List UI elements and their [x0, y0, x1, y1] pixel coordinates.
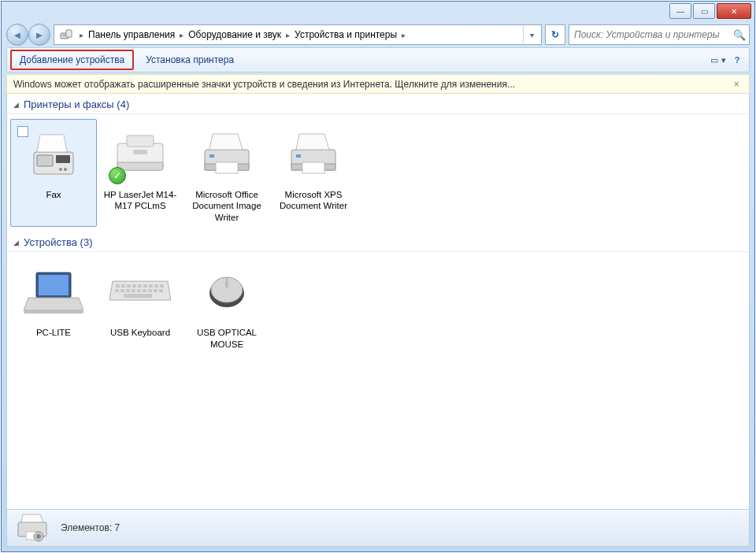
svg-point-49 — [36, 534, 41, 539]
printer-icon — [274, 123, 353, 186]
device-item-hp-laserjet[interactable]: ✓ HP LaserJet M14-M17 PCLmS — [97, 119, 183, 227]
help-button[interactable]: ? — [728, 52, 746, 68]
device-item-fax[interactable]: Fax — [10, 119, 97, 227]
titlebar: — ▭ ✕ — [2, 2, 754, 22]
svg-rect-36 — [137, 289, 141, 292]
svg-rect-5 — [56, 155, 70, 163]
svg-rect-14 — [216, 162, 238, 173]
svg-rect-37 — [143, 289, 146, 292]
breadcrumb-item[interactable]: Панель управления — [87, 29, 176, 40]
group-title: Устройства (3) — [24, 236, 93, 248]
group-items-printers: Fax ✓ HP LaserJet M14-M17 PCLmS — [7, 114, 749, 232]
svg-rect-9 — [117, 162, 163, 170]
status-printer-icon — [15, 513, 50, 543]
printer-icon: ✓ — [101, 123, 180, 186]
info-bar[interactable]: Windows может отображать расширенные зна… — [6, 74, 750, 94]
status-label: Элементов: — [61, 522, 112, 533]
breadcrumb-item[interactable]: Устройства и принтеры — [293, 29, 398, 40]
group-header-devices[interactable]: ◢ Устройства (3) — [7, 232, 749, 252]
group-header-printers[interactable]: ◢ Принтеры и факсы (4) — [7, 94, 749, 114]
selection-checkbox[interactable] — [17, 126, 28, 137]
navbar: ◄ ► ▸ Панель управления ▸ Оборудование и… — [6, 22, 750, 47]
minimize-button[interactable]: — — [669, 3, 691, 19]
svg-rect-2 — [66, 30, 72, 37]
device-item-keyboard[interactable]: USB Keyboard — [97, 257, 183, 354]
device-label: PC-LITE — [14, 327, 93, 338]
svg-rect-4 — [37, 155, 53, 166]
svg-rect-15 — [209, 154, 214, 158]
svg-rect-22 — [24, 310, 83, 314]
close-button[interactable]: ✕ — [717, 3, 751, 19]
printer-icon — [187, 123, 266, 186]
svg-rect-45 — [225, 280, 228, 287]
device-label: USB OPTICAL MOUSE — [187, 327, 266, 350]
chevron-right-icon: ▸ — [176, 31, 187, 39]
search-icon[interactable]: 🔍 — [733, 29, 746, 41]
svg-point-7 — [64, 168, 67, 171]
forward-button[interactable]: ► — [28, 24, 50, 46]
svg-rect-10 — [127, 135, 154, 147]
svg-rect-32 — [115, 289, 119, 292]
back-button[interactable]: ◄ — [6, 24, 28, 46]
device-label: USB Keyboard — [101, 327, 180, 338]
address-dropdown[interactable]: ▾ — [523, 26, 539, 43]
collapse-icon: ◢ — [13, 101, 19, 109]
search-input[interactable] — [573, 28, 733, 41]
device-label: Microsoft Office Document Image Writer — [187, 189, 266, 223]
svg-point-6 — [59, 168, 62, 171]
mouse-icon — [187, 261, 266, 324]
maximize-button[interactable]: ▭ — [693, 3, 715, 19]
add-device-button[interactable]: Добавление устройства — [10, 50, 134, 70]
device-item-pc[interactable]: PC-LITE — [10, 257, 97, 354]
view-options-button[interactable]: ▭ ▾ — [710, 52, 727, 68]
fax-icon — [14, 123, 93, 186]
svg-rect-38 — [148, 289, 152, 292]
address-bar[interactable]: ▸ Панель управления ▸ Оборудование и зву… — [54, 24, 542, 45]
svg-rect-11 — [133, 150, 147, 154]
toolbar: Добавление устройства Установка принтера… — [6, 47, 750, 72]
add-printer-button[interactable]: Установка принтера — [137, 50, 243, 69]
svg-rect-41 — [124, 294, 152, 298]
nav-arrows: ◄ ► — [6, 24, 50, 46]
svg-rect-35 — [132, 289, 135, 292]
status-text: Элементов: 7 — [61, 522, 120, 533]
default-badge-icon: ✓ — [109, 167, 126, 184]
window: — ▭ ✕ ◄ ► ▸ Панель управления ▸ Оборудов… — [1, 1, 755, 552]
breadcrumb-item[interactable]: Оборудование и звук — [187, 29, 283, 40]
info-close-button[interactable]: × — [730, 78, 743, 90]
device-item-mouse[interactable]: USB OPTICAL MOUSE — [183, 257, 270, 354]
device-item-office-writer[interactable]: Microsoft Office Document Image Writer — [183, 119, 270, 227]
svg-rect-28 — [143, 284, 147, 288]
svg-rect-40 — [159, 289, 163, 292]
status-bar: Элементов: 7 — [6, 509, 750, 547]
svg-rect-21 — [39, 275, 69, 295]
search-box[interactable]: 🔍 — [569, 24, 750, 45]
refresh-button[interactable]: ↻ — [545, 24, 565, 45]
svg-rect-31 — [160, 284, 164, 288]
device-label: Fax — [14, 189, 93, 200]
content-area: ◢ Принтеры и факсы (4) Fax — [6, 94, 750, 512]
collapse-icon: ◢ — [13, 239, 19, 247]
svg-rect-29 — [149, 284, 153, 288]
chevron-right-icon: ▸ — [283, 31, 293, 39]
group-items-devices: PC-LITE USB Keyboard — [7, 252, 749, 358]
keyboard-icon — [101, 261, 180, 324]
svg-rect-34 — [126, 289, 130, 292]
device-item-xps-writer[interactable]: Microsoft XPS Document Writer — [270, 119, 357, 227]
info-text: Windows может отображать расширенные зна… — [13, 79, 515, 90]
svg-rect-30 — [154, 284, 158, 288]
svg-rect-19 — [296, 154, 301, 158]
svg-rect-24 — [121, 284, 125, 288]
svg-rect-33 — [120, 289, 124, 292]
svg-rect-26 — [132, 284, 136, 288]
chevron-right-icon: ▸ — [76, 31, 87, 39]
group-title: Принтеры и факсы (4) — [24, 98, 129, 110]
laptop-icon — [14, 261, 93, 324]
device-label: HP LaserJet M14-M17 PCLmS — [101, 189, 180, 212]
svg-rect-23 — [116, 284, 120, 288]
devices-icon — [59, 28, 73, 42]
status-count: 7 — [115, 522, 120, 533]
svg-rect-27 — [138, 284, 142, 288]
chevron-right-icon: ▸ — [398, 31, 409, 39]
svg-rect-39 — [154, 289, 158, 292]
